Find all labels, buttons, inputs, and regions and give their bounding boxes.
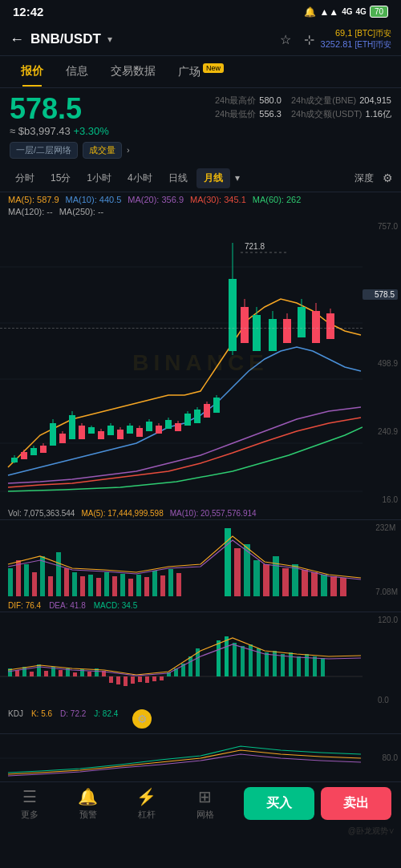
main-chart[interactable]: BINANCE 757.0 578.5 498.9 240.9 16.0 721… <box>0 219 401 507</box>
svg-rect-69 <box>24 564 29 596</box>
svg-rect-117 <box>109 676 113 683</box>
tab-baojia[interactable]: 报价 <box>10 56 55 87</box>
macd-dea: DEA: 41.8 <box>49 601 86 610</box>
svg-rect-86 <box>160 575 165 596</box>
svg-rect-42 <box>175 423 181 431</box>
nav-alert-label: 预警 <box>79 809 97 821</box>
buy-button[interactable]: 买入 <box>244 787 314 820</box>
back-button[interactable]: ← <box>10 31 24 48</box>
weibo-watermark: @卧龙观势∨ <box>0 824 401 838</box>
tf-month[interactable]: 月线 <box>196 168 230 188</box>
kdj-d: D: 72.2 <box>60 709 86 729</box>
tag-network[interactable]: 一层/二层网络 <box>10 142 78 159</box>
tf-fenshi[interactable]: 分时 <box>8 168 42 188</box>
y-label-top: 757.0 <box>363 222 398 231</box>
stat-row-1: 24h最高价 580.0 24h成交量(BNE) 204,915 <box>215 95 391 107</box>
svg-rect-128 <box>188 656 192 676</box>
nav-alert[interactable]: 🔔 预警 <box>59 787 117 821</box>
svg-rect-138 <box>281 654 285 676</box>
svg-rect-91 <box>244 544 250 596</box>
svg-rect-16 <box>50 423 56 446</box>
pair-dropdown-icon[interactable]: ▾ <box>107 34 112 45</box>
svg-rect-143 <box>321 658 325 676</box>
nav-grid[interactable]: ⊞ 网格 <box>176 787 234 821</box>
ma5: MA(5): 587.9 <box>8 195 59 204</box>
tab-jiaoyishuju[interactable]: 交易数据 <box>99 56 167 87</box>
svg-rect-20 <box>69 415 75 439</box>
tf-1h[interactable]: 1小时 <box>79 168 119 188</box>
macd-svg <box>0 612 363 709</box>
vol-label-bot: 7.08M <box>375 587 398 596</box>
svg-rect-112 <box>73 672 77 676</box>
svg-rect-34 <box>136 428 143 437</box>
tf-15min[interactable]: 15分 <box>43 168 78 188</box>
svg-rect-76 <box>80 576 85 596</box>
y-label-mid2: 240.9 <box>363 427 398 436</box>
ma30: MA(30): 345.1 <box>190 195 246 204</box>
svg-rect-98 <box>311 572 318 596</box>
tab-xinxi[interactable]: 信息 <box>55 56 99 87</box>
svg-rect-82 <box>128 579 133 596</box>
svg-rect-22 <box>79 426 85 439</box>
tf-depth[interactable]: 深度 <box>347 168 381 188</box>
vol-ma-row: Vol: 7,075,363.544 MA(5): 17,444,999.598… <box>0 507 401 519</box>
svg-rect-18 <box>59 434 66 443</box>
svg-rect-83 <box>136 575 141 596</box>
ma20: MA(20): 356.9 <box>128 195 184 204</box>
wifi-icon: ▲▲ <box>319 6 338 18</box>
svg-rect-79 <box>104 572 109 596</box>
header-prices: 69,1 [BTC]币安 3252.81 [ETH]币安 <box>321 28 391 50</box>
new-badge: New <box>203 63 224 73</box>
action-buttons: 买入 卖出 <box>234 787 401 821</box>
indicator-circle[interactable]: ⚙ <box>132 709 152 729</box>
main-price: 578.5 <box>10 95 209 123</box>
kdj-svg <box>0 734 363 782</box>
y-axis-labels: 757.0 578.5 498.9 240.9 16.0 <box>363 219 398 507</box>
tag-volume[interactable]: 成交量 <box>83 142 122 159</box>
timeframe-bar: 分时 15分 1小时 4小时 日线 月线 ▾ 深度 ⚙ <box>0 165 401 192</box>
bottom-bar: ☰ 更多 🔔 预警 ⚡ 杠杆 ⊞ 网格 买入 卖出 <box>0 781 401 824</box>
nav-more[interactable]: ☰ 更多 <box>0 787 59 821</box>
tag-arrow: › <box>127 145 130 155</box>
kdj-chart: 80.0 <box>0 733 401 781</box>
share-icon[interactable]: ⊹ <box>304 32 314 47</box>
svg-rect-12 <box>30 448 37 455</box>
svg-rect-46 <box>194 410 200 423</box>
svg-rect-123 <box>152 676 156 681</box>
sell-button[interactable]: 卖出 <box>321 787 391 820</box>
svg-rect-119 <box>124 676 128 686</box>
header: ← BNB/USDT ▾ ☆ ⊹ 69,1 [BTC]币安 3252.81 [E… <box>0 23 401 56</box>
battery-icon: 70 <box>370 6 388 18</box>
svg-rect-38 <box>156 426 162 434</box>
tf-day[interactable]: 日线 <box>161 168 195 188</box>
tags-row: 一层/二层网络 成交量 › <box>10 142 209 159</box>
svg-rect-118 <box>116 676 120 684</box>
svg-rect-48 <box>204 404 210 418</box>
svg-rect-10 <box>21 452 27 459</box>
nav-leverage[interactable]: ⚡ 杠杆 <box>117 787 176 821</box>
svg-rect-85 <box>152 571 157 596</box>
tf-4h[interactable]: 4小时 <box>120 168 160 188</box>
price-section: 578.5 ≈ $b3,997.43 +3.30% 一层/二层网络 成交量 › … <box>0 88 401 165</box>
svg-rect-70 <box>32 572 37 596</box>
svg-rect-105 <box>22 667 26 676</box>
svg-rect-110 <box>59 670 63 676</box>
svg-rect-71 <box>40 556 45 596</box>
status-time: 12:42 <box>13 5 43 18</box>
tf-dropdown-icon[interactable]: ▾ <box>235 172 240 184</box>
tab-guangchang[interactable]: 广场New <box>167 56 235 87</box>
svg-rect-26 <box>98 431 104 439</box>
macd-chart: 120.0 0.0 <box>0 612 401 708</box>
svg-rect-130 <box>217 640 221 676</box>
tf-settings-icon[interactable]: ⚙ <box>383 172 393 184</box>
main-chart-container: BINANCE 757.0 578.5 498.9 240.9 16.0 721… <box>0 219 401 507</box>
svg-rect-8 <box>11 458 18 462</box>
svg-rect-81 <box>120 574 125 596</box>
signal-4g-icon: 4G <box>342 7 352 16</box>
svg-rect-95 <box>282 568 289 596</box>
btc-price: 69,1 [BTC]币安 <box>335 28 391 39</box>
kdj-row: KDJ K: 5.6 D: 72.2 J: 82.4 ⚙ <box>0 708 401 733</box>
favorite-icon[interactable]: ☆ <box>280 32 291 47</box>
grid-icon: ⊞ <box>198 787 212 806</box>
bottom-nav: ☰ 更多 🔔 预警 ⚡ 杠杆 ⊞ 网格 <box>0 787 234 821</box>
